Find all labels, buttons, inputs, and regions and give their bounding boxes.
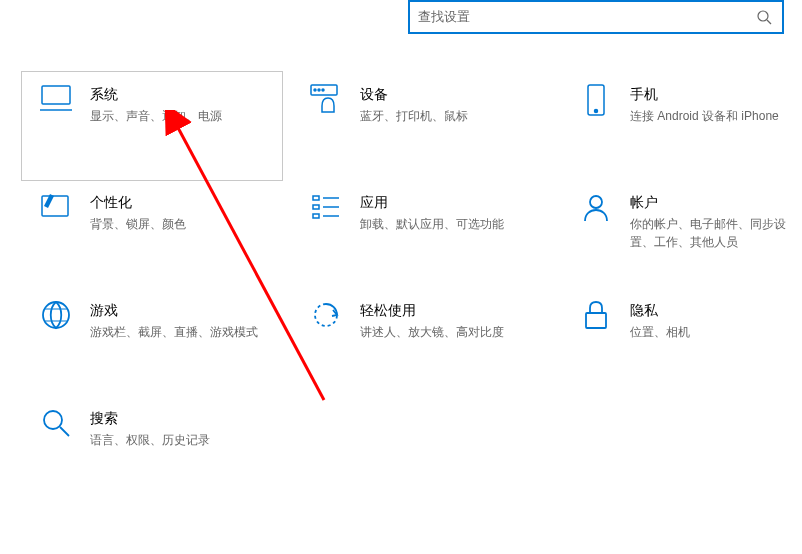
svg-rect-13 [313,214,319,218]
svg-point-18 [43,302,69,328]
category-desc: 位置、相机 [630,323,690,341]
category-desc: 卸载、默认应用、可选功能 [360,215,504,233]
search-category-icon [36,408,76,448]
category-desc: 语言、权限、历史记录 [90,431,210,449]
system-icon [36,84,76,124]
category-search[interactable]: 搜索 语言、权限、历史记录 [22,396,282,504]
category-easeofaccess[interactable]: 轻松使用 讲述人、放大镜、高对比度 [292,288,552,396]
svg-line-21 [60,427,69,436]
category-desc: 游戏栏、截屏、直播、游戏模式 [90,323,258,341]
svg-point-6 [318,89,320,91]
category-apps[interactable]: 应用 卸载、默认应用、可选功能 [292,180,552,288]
category-desc: 连接 Android 设备和 iPhone [630,107,779,125]
search-placeholder: 查找设置 [418,8,754,26]
category-desc: 你的帐户、电子邮件、同步设置、工作、其他人员 [630,215,802,251]
apps-icon [306,192,346,232]
settings-category-grid: 系统 显示、声音、通知、电源 设备 蓝牙、打印机、鼠标 手机 [22,72,802,504]
svg-line-1 [767,20,771,24]
category-personalization[interactable]: 个性化 背景、锁屏、颜色 [22,180,282,288]
svg-rect-2 [42,86,70,104]
svg-rect-11 [313,196,319,200]
personalization-icon [36,192,76,232]
category-desc: 蓝牙、打印机、鼠标 [360,107,468,125]
category-phone[interactable]: 手机 连接 Android 设备和 iPhone [562,72,802,180]
svg-point-9 [595,110,598,113]
category-title: 轻松使用 [360,300,504,321]
svg-rect-12 [313,205,319,209]
search-icon [754,7,774,27]
search-box[interactable]: 查找设置 [408,0,784,34]
category-desc: 讲述人、放大镜、高对比度 [360,323,504,341]
category-accounts[interactable]: 帐户 你的帐户、电子邮件、同步设置、工作、其他人员 [562,180,802,288]
svg-point-7 [322,89,324,91]
svg-point-0 [758,11,768,21]
category-title: 设备 [360,84,468,105]
easeofaccess-icon [306,300,346,340]
category-title: 游戏 [90,300,258,321]
accounts-icon [576,192,616,232]
category-title: 手机 [630,84,779,105]
phone-icon [576,84,616,124]
category-devices[interactable]: 设备 蓝牙、打印机、鼠标 [292,72,552,180]
svg-rect-19 [586,313,606,328]
svg-point-17 [590,196,602,208]
svg-point-5 [314,89,316,91]
category-title: 帐户 [630,192,802,213]
category-system[interactable]: 系统 显示、声音、通知、电源 [22,72,282,180]
category-title: 系统 [90,84,222,105]
category-title: 应用 [360,192,504,213]
gaming-icon [36,300,76,340]
category-gaming[interactable]: 游戏 游戏栏、截屏、直播、游戏模式 [22,288,282,396]
category-desc: 背景、锁屏、颜色 [90,215,186,233]
category-title: 个性化 [90,192,186,213]
devices-icon [306,84,346,124]
category-desc: 显示、声音、通知、电源 [90,107,222,125]
category-privacy[interactable]: 隐私 位置、相机 [562,288,802,396]
category-title: 隐私 [630,300,690,321]
svg-point-20 [44,411,62,429]
privacy-icon [576,300,616,340]
category-title: 搜索 [90,408,210,429]
